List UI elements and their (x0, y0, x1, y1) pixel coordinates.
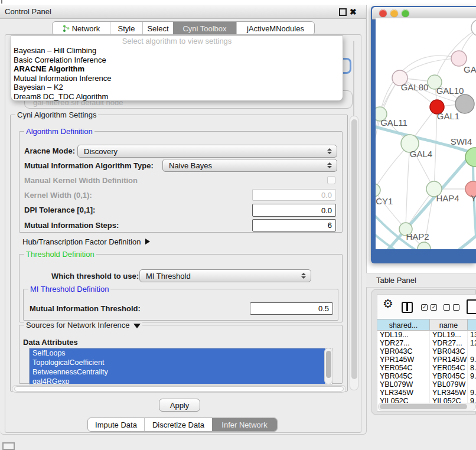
apply-button[interactable]: Apply (159, 399, 200, 412)
minimize-button[interactable] (390, 9, 398, 17)
node-label-y: Y (471, 193, 476, 203)
table-panel-title: Table Panel (376, 273, 416, 288)
node-table-header: shared...nameA (377, 319, 476, 331)
column-header-shared-[interactable]: shared... (377, 319, 430, 331)
tab-label: Select (147, 24, 168, 33)
mi-algorithm-type-combo[interactable]: Naive Bayes (162, 159, 337, 172)
data-attribute-betweennesscentrality[interactable]: BetweennessCentrality (30, 367, 325, 377)
mi-threshold-field[interactable]: 0.5 (250, 302, 333, 315)
table-cell: YBL079W (430, 380, 468, 389)
manual-kernel-width-checkbox[interactable] (327, 176, 335, 184)
algorithm-dropdown-prompt: Select algorithm to view settings (11, 36, 343, 46)
table-row[interactable]: YER054CYER054C8. (377, 364, 476, 372)
data-attribute-gal4rgexp[interactable]: gal4RGexp (30, 377, 325, 384)
unchecked-checkbox-icon[interactable] (453, 304, 459, 311)
decorative-tick (1, 0, 2, 4)
algorithm-definition-group: Algorithm Definition Aracne Mode: Discov… (19, 131, 343, 233)
table-panel-body: ⚙ ✓ ✓ shared...nameA YDL19...YDL19...13Y… (371, 289, 476, 415)
float-window-icon[interactable] (339, 8, 347, 16)
algorithm-item-bayesian-k2[interactable]: Bayesian – K2 (11, 83, 343, 92)
algorithm-item-dream8-dc-tdc-algorithm[interactable]: Dream8 DC_TDC Algorithm (11, 92, 343, 102)
network-edge-selected[interactable] (428, 235, 476, 249)
split-columns-icon[interactable] (402, 302, 413, 313)
mi-steps-field[interactable]: 6 (252, 219, 336, 231)
hub-transcription-factor-section[interactable]: Hub/Transcription Factor Definition (22, 237, 150, 246)
unchecked-checkbox-icon[interactable] (444, 304, 450, 311)
network-view-window: GALGAL80GAL10GAL1GAL11GAL4SWI4GCY1HAP4YH… (371, 6, 476, 263)
data-attributes-list: SelfLoopsTopologicalCoefficientBetweenne… (29, 348, 332, 384)
tab-infer-network[interactable]: Infer Network (212, 418, 277, 431)
table-row[interactable]: YDR27...YDR27...12 (377, 339, 476, 347)
algorithm-item-mutual-information-inference[interactable]: Mutual Information Inference (11, 74, 343, 83)
network-node[interactable] (418, 242, 431, 249)
network-window-titlebar[interactable] (372, 7, 476, 19)
dpi-tolerance-field[interactable]: 0.0 (252, 204, 336, 217)
node-label-gal1: GAL1 (437, 111, 459, 121)
which-threshold-combo[interactable]: MI Threshold (139, 269, 311, 282)
table-cell: YBR043C (430, 347, 468, 356)
aracne-mode-value: Discovery (78, 147, 327, 156)
tab-select[interactable]: Select (142, 22, 173, 35)
algorithm-item-bayesian-hill-climbing[interactable]: Bayesian – Hill Climbing (11, 46, 343, 56)
tab-jactivemnodules[interactable]: jActiveMNodules (236, 22, 314, 35)
column-header-name[interactable]: name (430, 319, 468, 331)
data-attribute-selfloops[interactable]: SelfLoops (30, 348, 325, 358)
network-canvas[interactable]: GALGAL80GAL10GAL1GAL11GAL4SWI4GCY1HAP4YH… (376, 18, 476, 249)
network-edge[interactable] (400, 58, 459, 78)
checked-checkbox-icon[interactable]: ✓ (421, 304, 428, 311)
attributes-scrollbar[interactable] (324, 348, 332, 384)
checked-checkbox-icon[interactable]: ✓ (431, 304, 437, 311)
table-row[interactable]: YBR043CYBR043C (377, 347, 476, 356)
network-node[interactable] (471, 19, 476, 36)
table-cell (468, 347, 476, 356)
kernel-width-field[interactable]: 0.0 (252, 189, 336, 201)
mi-steps-value: 6 (328, 221, 332, 230)
table-cell: YLR345W (430, 389, 468, 397)
table-row[interactable]: YPR145WYPR145W9. (377, 356, 476, 364)
expand-arrow-icon[interactable] (145, 239, 150, 244)
sources-group: Sources for Network Inference Data Attri… (19, 325, 343, 384)
manual-kernel-width-label: Manual Kernel Width Definition (24, 176, 138, 185)
data-attributes-label: Data Attributes (23, 338, 78, 347)
tab-cyni-toolbox[interactable]: Cyni Toolbox (173, 22, 236, 35)
table-cell: YBR043C (377, 347, 430, 356)
table-hscrollbar[interactable] (378, 403, 476, 410)
table-panel-inner: ⚙ ✓ ✓ shared...nameA YDL19...YDL19...13Y… (377, 294, 476, 412)
tab-impute-data[interactable]: Impute Data (88, 418, 144, 431)
algorithm-item-basic-correlation-inference[interactable]: Basic Correlation Inference (11, 56, 343, 65)
table-cell: YDR27... (430, 339, 468, 347)
node-label-gcy1: GCY1 (376, 196, 393, 206)
network-icon (63, 25, 70, 32)
table-cell: YER054C (377, 364, 430, 372)
aracne-mode-combo[interactable]: Discovery (77, 145, 337, 158)
settings-hscrollbar[interactable] (12, 385, 346, 393)
zoom-button[interactable] (402, 9, 409, 17)
kernel-width-label: Kernel Width (0,1): (24, 191, 92, 200)
node-label-swi4: SWI4 (451, 136, 472, 146)
stepper-arrows-icon (327, 148, 332, 154)
table-cell: 12 (468, 339, 476, 347)
table-row[interactable]: YLR345WYLR345W9. (377, 389, 476, 397)
collapse-arrow-icon[interactable] (133, 324, 141, 328)
network-node-gcy1[interactable] (376, 184, 380, 197)
close-button[interactable] (379, 9, 387, 17)
algorithm-item-aracne-algorithm[interactable]: ARACNE Algorithm (11, 64, 343, 74)
settings-vscrollbar[interactable] (350, 116, 358, 390)
table-row[interactable]: YBL079WYBL079W (377, 380, 476, 389)
minimized-panel-icon[interactable] (2, 442, 15, 450)
tab-discretize-data[interactable]: Discretize Data (144, 418, 212, 431)
tab-style[interactable]: Style (110, 22, 142, 35)
tab-network[interactable]: Network (53, 22, 110, 35)
table-row[interactable]: YBR045CYBR045C9. (377, 372, 476, 380)
data-attribute-topologicalcoefficient[interactable]: TopologicalCoefficient (30, 358, 325, 367)
focused-combo-arrow-fragment[interactable] (343, 58, 351, 74)
document-icon[interactable] (467, 299, 476, 314)
gear-icon[interactable]: ⚙ (383, 296, 393, 311)
mi-steps-label: Mutual Information Steps: (24, 221, 119, 230)
table-cell: YPR145W (430, 356, 468, 364)
close-icon[interactable]: ✖ (350, 6, 357, 18)
mi-algorithm-type-value: Naive Bayes (163, 161, 327, 170)
table-row[interactable]: YDL19...YDL19...13 (377, 331, 476, 339)
sources-title: Sources for Network Inference (24, 321, 142, 330)
column-header-a[interactable]: A (468, 319, 476, 331)
